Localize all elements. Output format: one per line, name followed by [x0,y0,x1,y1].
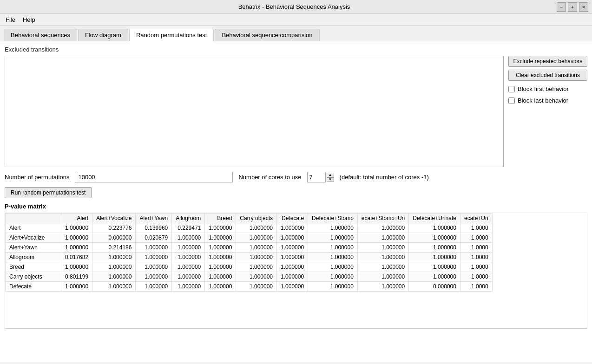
num-cores-input[interactable] [307,172,326,182]
params-row: Number of permutations Number of cores t… [5,172,587,182]
row-label: Alert+Yawn [6,243,61,253]
col-header-ecate-uri: ecate+Uri [460,214,492,223]
cell-value: 1.000000 [277,253,308,262]
cell-value: 1.000000 [409,262,460,272]
cell-value: 1.000000 [92,282,136,292]
cell-value: 1.000000 [308,272,358,282]
cell-value: 1.000000 [277,243,308,253]
block-last-label: Block last behavior [518,97,568,104]
p-value-matrix-label: P-value matrix [5,203,587,210]
excluded-area: Exclude repeated behaviors Clear exclude… [5,56,587,167]
tab-behavioral-sequences[interactable]: Behavioral sequences [4,29,77,41]
cell-value: 1.000000 [409,223,460,233]
cell-value: 1.000000 [236,272,277,282]
block-first-checkbox[interactable] [508,86,515,92]
main-content: Excluded transitions Exclude repeated be… [0,41,592,363]
cell-value: 1.000000 [357,262,408,272]
block-last-checkbox[interactable] [508,98,515,104]
menu-bar: File Help [0,14,592,26]
tab-bar: Behavioral sequences Flow diagram Random… [0,26,592,41]
cell-value: 1.0000 [460,243,492,253]
p-value-table-container[interactable]: Alert Alert+Vocalize Alert+Yawn Allogroo… [5,213,587,329]
table-row: Alert1.0000000.2237760.1399600.2294711.0… [6,223,493,233]
cell-value: 0.139960 [136,223,172,233]
cell-value: 1.0000 [460,223,492,233]
cell-value: 1.000000 [357,223,408,233]
num-permutations-input[interactable] [75,172,233,182]
cell-value: 1.000000 [236,243,277,253]
cell-value: 1.000000 [357,282,408,292]
cell-value: 1.000000 [172,272,205,282]
cell-value: 1.000000 [136,243,172,253]
col-header-alert-yawn: Alert+Yawn [136,214,172,223]
cell-value: 1.000000 [205,223,236,233]
cell-value: 1.000000 [277,272,308,282]
col-header-defecate-stomp: Defecate+Stomp [308,214,358,223]
num-cores-label: Number of cores to use [238,174,301,181]
title-bar: Behatrix - Behavioral Sequences Analysis… [0,0,592,14]
table-row: Allogroom0.0176821.0000001.0000001.00000… [6,253,493,262]
cell-value: 1.000000 [236,233,277,243]
cores-down-button[interactable]: ▼ [327,177,334,182]
cell-value: 0.229471 [172,223,205,233]
table-row: Alert+Yawn1.0000000.2141861.0000001.0000… [6,243,493,253]
cell-value: 1.000000 [136,282,172,292]
run-test-button[interactable]: Run random permutations test [5,187,92,198]
cell-value: 1.000000 [136,272,172,282]
menu-file[interactable]: File [2,15,19,24]
cell-value: 1.0000 [460,282,492,292]
cell-value: 1.000000 [236,253,277,262]
p-value-table: Alert Alert+Vocalize Alert+Yawn Allogroo… [5,213,493,292]
table-row: Carry objects0.8011991.0000001.0000001.0… [6,272,493,282]
maximize-button[interactable]: + [568,2,577,12]
excluded-transitions-textarea[interactable] [5,56,504,167]
cell-value: 1.000000 [205,233,236,243]
minimize-button[interactable]: − [557,2,566,12]
row-label: Breed [6,262,61,272]
cell-value: 1.000000 [357,243,408,253]
spinner-buttons: ▲ ▼ [327,173,334,182]
col-header-alert: Alert [61,214,92,223]
cell-value: 1.000000 [92,253,136,262]
cell-value: 1.000000 [172,233,205,243]
cell-value: 1.000000 [61,243,92,253]
exclude-repeated-button[interactable]: Exclude repeated behaviors [508,56,587,67]
cell-value: 1.000000 [357,233,408,243]
cell-value: 1.000000 [308,253,358,262]
cell-value: 1.000000 [277,262,308,272]
excluded-buttons-panel: Exclude repeated behaviors Clear exclude… [508,56,587,167]
cell-value: 1.000000 [172,282,205,292]
cell-value: 1.000000 [277,282,308,292]
cell-value: 1.000000 [308,243,358,253]
menu-help[interactable]: Help [19,15,39,24]
cell-value: 1.0000 [460,233,492,243]
col-header-allogroom: Allogroom [172,214,205,223]
clear-excluded-button[interactable]: Clear excluded transitions [508,70,587,81]
cell-value: 1.000000 [61,223,92,233]
cell-value: 1.000000 [61,262,92,272]
cell-value: 1.000000 [205,272,236,282]
cell-value: 1.000000 [92,272,136,282]
window-controls: − + × [557,2,588,12]
default-cores-text: (default: total number of cores -1) [340,174,429,181]
tab-flow-diagram[interactable]: Flow diagram [78,29,128,41]
cell-value: 0.020879 [136,233,172,243]
cell-value: 0.000000 [92,233,136,243]
cell-value: 1.000000 [172,262,205,272]
cell-value: 0.000000 [409,282,460,292]
cell-value: 1.000000 [409,272,460,282]
table-row: Alert+Vocalize1.0000000.0000000.0208791.… [6,233,493,243]
tab-behavioral-sequence-comparison[interactable]: Behavioral sequence comparision [215,29,319,41]
cell-value: 1.000000 [236,262,277,272]
cores-up-button[interactable]: ▲ [327,173,334,177]
cell-value: 0.801199 [61,272,92,282]
cell-value: 1.0000 [460,253,492,262]
col-header-defecate-urinate: Defecate+Urinate [409,214,460,223]
cell-value: 1.000000 [205,243,236,253]
cores-spinner: ▲ ▼ [307,172,334,182]
row-label: Carry objects [6,272,61,282]
close-button[interactable]: × [579,2,588,12]
cell-value: 1.000000 [205,282,236,292]
tab-random-permutations[interactable]: Random permutations test [129,29,214,41]
col-header-breed: Breed [205,214,236,223]
